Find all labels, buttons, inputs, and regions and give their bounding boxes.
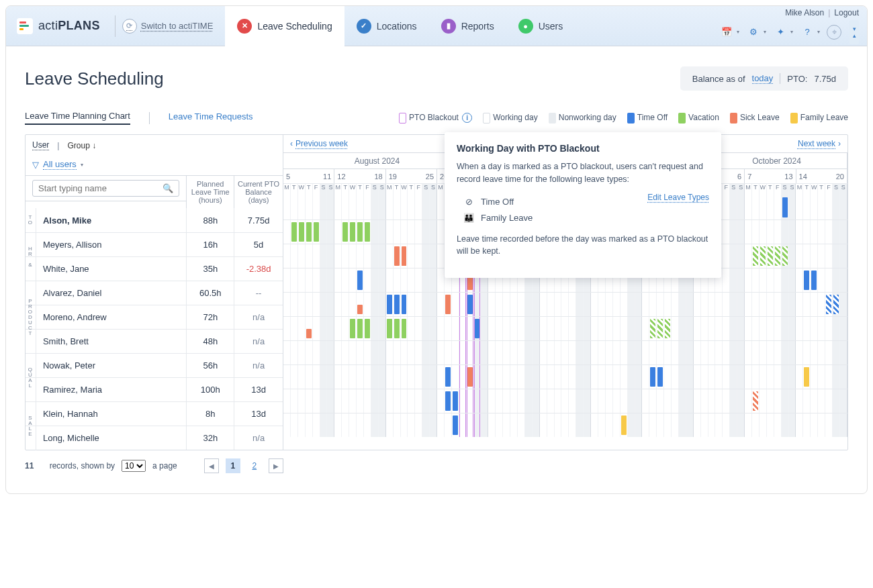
day-cell[interactable] [591,389,598,413]
day-cell[interactable] [723,341,730,364]
leave-block[interactable] [350,222,355,242]
day-cell[interactable] [371,365,379,389]
day-cell[interactable] [796,195,803,219]
day-cell[interactable] [774,341,782,364]
user-name[interactable]: Long, Michelle [36,426,186,450]
day-cell[interactable] [723,293,730,316]
day-cell[interactable] [313,268,320,292]
day-cell[interactable] [430,195,437,219]
day-cell[interactable] [606,413,613,437]
day-cell[interactable] [430,317,437,340]
current-user-link[interactable]: Mike Alson [785,8,824,17]
day-cell[interactable] [657,341,664,364]
day-cell[interactable] [833,317,840,340]
day-cell[interactable] [313,365,320,389]
day-cell[interactable] [840,244,847,268]
day-cell[interactable] [694,317,701,340]
day-cell[interactable] [364,268,371,292]
day-cell[interactable] [313,389,320,413]
day-cell[interactable] [430,268,437,292]
day-cell[interactable] [386,220,394,244]
day-cell[interactable] [533,413,540,437]
day-cell[interactable] [767,413,774,437]
day-cell[interactable] [840,365,847,389]
leave-block[interactable] [350,319,355,338]
day-cell[interactable] [628,365,635,389]
day-cell[interactable] [415,293,422,316]
day-cell[interactable] [782,389,789,413]
day-cell[interactable] [606,365,613,389]
day-cell[interactable] [547,317,555,340]
user-name[interactable]: White, Jane [36,257,186,281]
day-cell[interactable] [313,195,320,219]
day-cell[interactable] [291,195,298,219]
day-cell[interactable] [767,220,774,244]
day-cell[interactable] [401,244,408,268]
day-cell[interactable] [584,341,591,364]
day-cell[interactable] [488,317,496,340]
day-cell[interactable] [613,341,621,364]
day-cell[interactable] [686,293,694,316]
day-cell[interactable] [789,341,796,364]
leave-block[interactable] [650,367,655,387]
day-cell[interactable] [357,293,364,316]
day-cell[interactable] [422,413,430,437]
day-cell[interactable] [540,389,547,413]
day-cell[interactable] [767,293,774,316]
day-cell[interactable] [840,389,847,413]
day-cell[interactable] [561,389,569,413]
day-cell[interactable] [672,293,679,316]
user-row[interactable]: P R O D U C TAlvarez, Daniel60.5h-- [26,281,283,305]
day-cell[interactable] [445,389,452,413]
day-cell[interactable] [349,413,357,437]
day-cell[interactable] [686,317,694,340]
leave-block[interactable] [811,271,817,290]
page-2[interactable]: 2 [247,458,262,473]
day-cell[interactable] [825,413,833,437]
day-cell[interactable] [371,341,379,364]
day-cell[interactable] [394,365,401,389]
day-cell[interactable] [401,365,408,389]
day-cell[interactable] [774,293,782,316]
day-cell[interactable] [745,195,752,219]
day-cell[interactable] [430,341,437,364]
previous-week-link[interactable]: Previous week [295,139,348,148]
day-cell[interactable] [598,293,606,316]
day-cell[interactable] [481,317,488,340]
day-cell[interactable] [415,220,422,244]
day-cell[interactable] [774,365,782,389]
day-cell[interactable] [723,244,730,268]
day-cell[interactable] [533,365,540,389]
day-cell[interactable] [649,293,657,316]
day-cell[interactable] [401,268,408,292]
day-cell[interactable] [452,365,459,389]
day-cell[interactable] [503,389,510,413]
day-cell[interactable] [430,293,437,316]
day-cell[interactable] [327,220,334,244]
page-next-button[interactable]: ▶ [269,458,283,473]
leave-block[interactable] [826,295,831,314]
day-cell[interactable] [371,268,379,292]
day-cell[interactable] [379,389,386,413]
day-cell[interactable] [774,317,782,340]
day-cell[interactable] [371,413,379,437]
day-cell[interactable] [569,413,576,437]
day-cell[interactable] [613,413,621,437]
day-cell[interactable] [796,293,803,316]
day-cell[interactable] [818,341,825,364]
leave-block[interactable] [357,319,363,338]
day-cell[interactable] [525,317,533,340]
day-cell[interactable] [334,220,342,244]
day-cell[interactable] [510,365,518,389]
logo[interactable]: actiPLANS [14,18,108,34]
day-cell[interactable] [598,389,606,413]
day-cell[interactable] [730,195,737,219]
day-cell[interactable] [803,413,811,437]
day-cell[interactable] [760,341,767,364]
leave-block[interactable] [394,246,400,266]
day-cell[interactable] [679,365,686,389]
day-cell[interactable] [283,293,291,316]
day-cell[interactable] [334,195,342,219]
day-cell[interactable] [825,317,833,340]
day-cell[interactable] [364,244,371,268]
